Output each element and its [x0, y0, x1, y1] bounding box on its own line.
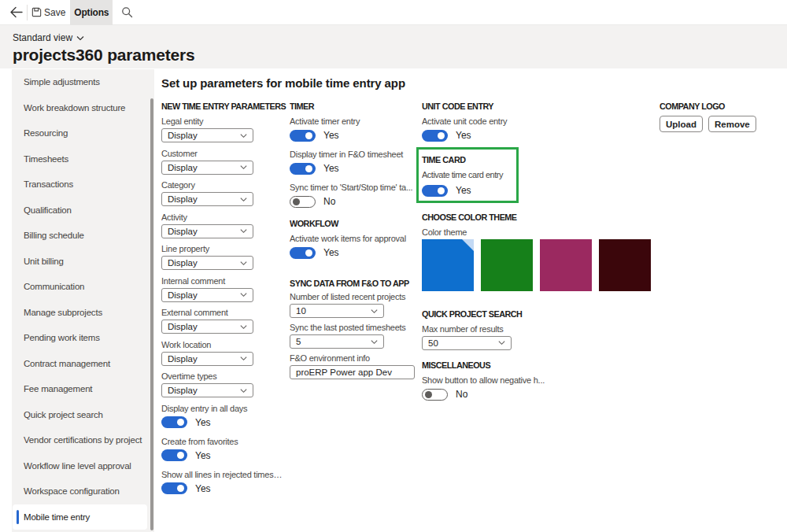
select-work-location[interactable]: Display [161, 352, 253, 366]
select-number-of-listed-recent-projects[interactable]: 10 [290, 304, 384, 318]
sidebar-item-manage-subprojects[interactable]: Manage subprojects [13, 300, 147, 326]
field-activate-work-items-for-approval: Activate work items for approvalYes [290, 233, 420, 259]
select-max-number-of-results[interactable]: 50 [422, 336, 512, 350]
select-activity[interactable]: Display [161, 224, 253, 238]
sidebar-item-vendor-certifications-by-project[interactable]: Vendor certifications by project [13, 427, 147, 453]
field-legal-entity: Legal entityDisplay [161, 116, 287, 142]
sidebar-scrollbar[interactable] [150, 98, 153, 530]
toggle-display-timer-in-f-o-timesheet[interactable] [290, 163, 316, 175]
sidebar-item-work-breakdown-structure[interactable]: Work breakdown structure [13, 95, 147, 121]
field-sync-timer-to-start-stop-time-ta: Sync timer to 'Start/Stop time' ta...No [290, 182, 420, 208]
search-icon [121, 6, 133, 18]
toggle-show-all-lines-in-rejected-timeshe[interactable] [161, 482, 187, 494]
save-button[interactable]: Save [28, 0, 68, 25]
field-label: Number of listed recent projects [290, 291, 416, 302]
chevron-down-icon [239, 290, 248, 299]
sidebar-item-contract-management[interactable]: Contract management [13, 351, 147, 377]
select-internal-comment[interactable]: Display [161, 288, 253, 302]
chevron-down-icon [239, 354, 248, 363]
field-value: Display [168, 386, 198, 395]
sidebar-item-workspace-configuration[interactable]: Workspace configuration [13, 478, 147, 504]
field-label: Category [161, 179, 286, 190]
toggle-show-button-to-allow-negative-h[interactable] [422, 389, 448, 401]
sidebar-item-label: Timesheets [24, 154, 68, 164]
sidebar: Simple adjustmentsWork breakdown structu… [12, 69, 154, 532]
sidebar-item-qualification[interactable]: Qualification [13, 198, 147, 224]
toggle-state: Yes [195, 450, 211, 461]
select-customer[interactable]: Display [161, 161, 253, 175]
toggle-activate-time-card-entry[interactable] [422, 185, 448, 197]
color-swatch-1[interactable] [422, 239, 474, 291]
toggle-activate-unit-code-entry[interactable] [422, 130, 448, 142]
toggle-activate-timer-entry[interactable] [290, 130, 316, 142]
view-selector[interactable]: Standard view [13, 32, 84, 43]
group-workflow: WORKFLOWActivate work items for approval… [290, 218, 420, 266]
select-legal-entity[interactable]: Display [161, 128, 253, 142]
toggle-state: No [323, 196, 335, 207]
search-button[interactable] [121, 6, 133, 18]
field-label: Activate work items for approval [290, 233, 416, 244]
col-company-logo: COMPANY LOGOUploadRemove [660, 101, 785, 132]
field-value: proERP Power app Dev [296, 368, 392, 377]
col-new-time-entry: NEW TIME ENTRY PARAMETERSLegal entityDis… [161, 101, 287, 502]
toggle-display-entry-in-all-days[interactable] [161, 416, 187, 428]
group-choose-color-theme: CHOOSE COLOR THEMEColor theme [422, 212, 658, 297]
field-work-location: Work locationDisplay [161, 339, 287, 366]
sidebar-item-unit-billing[interactable]: Unit billing [13, 249, 147, 275]
field-f-o-environment-info: F&O environment infoproERP Power app Dev [290, 353, 420, 379]
field-label: External comment [161, 307, 286, 318]
toggle-state: Yes [323, 247, 339, 258]
sidebar-item-billing-schedule[interactable]: Billing schedule [13, 223, 147, 249]
group-sync-data-from-f-o-to-app: SYNC DATA FROM F&O TO APPNumber of liste… [290, 278, 420, 383]
sidebar-item-timesheets[interactable]: Timesheets [13, 146, 147, 172]
field-sync-the-last-posted-timesheets: Sync the last posted timesheets5 [290, 322, 420, 349]
chevron-down-icon [497, 338, 506, 347]
options-tab[interactable]: Options [70, 0, 113, 25]
select-overtime-types[interactable]: Display [161, 383, 253, 397]
toggle-sync-timer-to-start-stop-time-ta[interactable] [290, 196, 316, 208]
chevron-down-icon [239, 259, 248, 268]
color-swatch-2[interactable] [481, 239, 533, 291]
toggle-state: Yes [323, 163, 339, 174]
field-color-theme: Color theme [422, 227, 658, 291]
sidebar-item-workflow-line-level-approval[interactable]: Workflow line level approval [13, 453, 147, 479]
toggle-state: Yes [195, 483, 211, 494]
sidebar-item-label: Vendor certifications by project [24, 435, 142, 445]
remove-button[interactable]: Remove [708, 116, 756, 132]
toggle-activate-work-items-for-approval[interactable] [290, 247, 316, 259]
sidebar-item-label: Workflow line level approval [24, 461, 131, 471]
sidebar-item-label: Qualification [24, 205, 72, 215]
chevron-down-icon [76, 35, 84, 41]
select-line-property[interactable]: Display [161, 256, 253, 270]
select-category[interactable]: Display [161, 192, 253, 206]
toggle-create-from-favorites[interactable] [161, 449, 187, 461]
field-external-comment: External commentDisplay [161, 307, 287, 334]
sidebar-item-fee-management[interactable]: Fee management [13, 376, 147, 402]
field-value: 50 [428, 338, 438, 348]
field-label: Activate timer entry [290, 116, 416, 127]
sidebar-item-transactions[interactable]: Transactions [13, 172, 147, 198]
field-label: Line property [161, 243, 286, 254]
chevron-down-icon [239, 163, 248, 172]
sidebar-item-simple-adjustments[interactable]: Simple adjustments [13, 69, 147, 95]
sidebar-item-pending-work-items[interactable]: Pending work items [13, 325, 147, 351]
sidebar-item-mobile-time-entry[interactable]: Mobile time entry [13, 504, 147, 530]
field-overtime-types: Overtime typesDisplay [161, 371, 287, 397]
group-time-card: TIME CARDActivate time card entryYes [416, 147, 519, 203]
color-swatch-4[interactable] [599, 239, 651, 291]
field-value: 5 [296, 337, 301, 346]
section-heading: Set up parameters for mobile time entry … [161, 76, 787, 90]
input-f-o-environment-info[interactable]: proERP Power app Dev [290, 365, 415, 379]
sidebar-item-communication[interactable]: Communication [13, 274, 147, 300]
sidebar-item-label: Fee management [24, 384, 92, 393]
color-swatch-3[interactable] [540, 239, 592, 291]
select-external-comment[interactable]: Display [161, 320, 253, 334]
sidebar-item-resourcing[interactable]: Resourcing [13, 120, 147, 146]
chevron-down-icon [239, 131, 248, 140]
select-sync-the-last-posted-timesheets[interactable]: 5 [290, 334, 384, 349]
upload-button[interactable]: Upload [660, 116, 703, 132]
back-button[interactable] [9, 6, 23, 18]
field-value: Display [168, 194, 198, 204]
field-label: Activate time card entry [422, 169, 514, 180]
sidebar-item-quick-project-search[interactable]: Quick project search [13, 402, 147, 428]
